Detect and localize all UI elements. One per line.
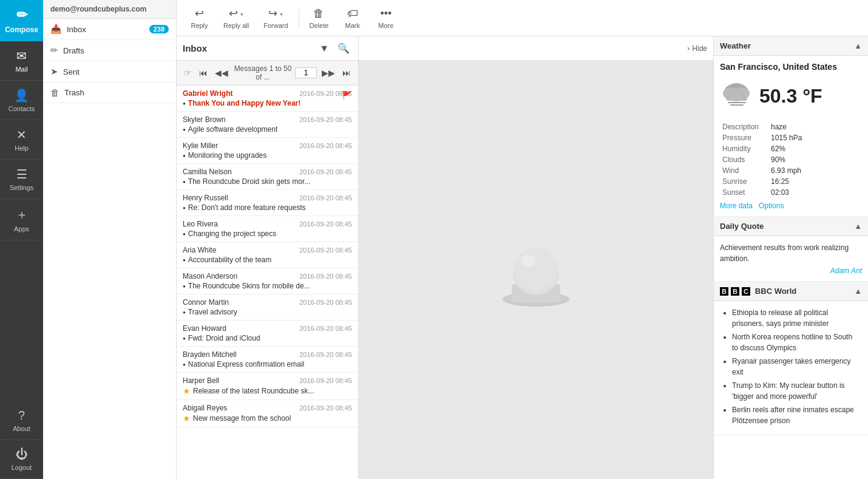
- sidebar-item-apps[interactable]: ＋ Apps: [0, 199, 43, 240]
- nav-next-btn[interactable]: ▶▶: [319, 67, 337, 79]
- quote-text: Achievement results from work realizing …: [720, 242, 862, 264]
- star-icon: ★: [183, 413, 191, 423]
- news-item[interactable]: Ethiopia to release all political prison…: [732, 307, 862, 329]
- message-item[interactable]: Abigail Reyes2016-09-20 08:45★New messag…: [177, 400, 358, 427]
- logout-icon: ⏻: [16, 447, 28, 461]
- message-item[interactable]: Connor Martin2016-09-20 08:45●Travel adv…: [177, 294, 358, 321]
- reply-all-button[interactable]: ↩ ▾ Reply all: [216, 3, 256, 33]
- message-item[interactable]: Evan Howard2016-09-20 08:45●Fwd: Droid a…: [177, 321, 358, 347]
- news-item[interactable]: Trump to Kim: My nuclear button is 'bigg…: [732, 380, 862, 402]
- reply-all-label: Reply all: [223, 22, 249, 29]
- sunrise-label: Sunrise: [720, 176, 768, 187]
- weather-cloud-icon: [720, 76, 753, 115]
- delete-button[interactable]: 🗑 Delete: [302, 4, 336, 33]
- weather-links: More data Options: [720, 202, 862, 210]
- sidebar-item-logout[interactable]: ⏻ Logout: [0, 440, 43, 479]
- apps-icon: ＋: [16, 206, 28, 223]
- mark-button[interactable]: 🏷 Mark: [336, 4, 369, 33]
- about-icon: ?: [18, 409, 25, 423]
- nav-first-btn[interactable]: ⏮: [197, 67, 210, 79]
- message-item[interactable]: Brayden Mitchell2016-09-20 08:45●Nationa…: [177, 347, 358, 373]
- weather-widget-header: Weather ▲: [714, 36, 868, 56]
- inbox-title: Inbox: [183, 43, 207, 53]
- sidebar-item-mail[interactable]: ✉ Mail: [0, 41, 43, 81]
- message-date: 2016-09-20 08:45: [299, 273, 352, 280]
- help-icon: ✕: [16, 127, 27, 142]
- message-item[interactable]: Camilla Nelson2016-09-20 08:45●The Round…: [177, 164, 358, 190]
- weather-more-data-link[interactable]: More data: [720, 202, 753, 210]
- page-input[interactable]: [295, 67, 317, 78]
- mark-label: Mark: [345, 22, 360, 29]
- delete-label: Delete: [310, 22, 329, 29]
- folder-drafts[interactable]: ✏ Drafts: [43, 40, 176, 61]
- folder-sent[interactable]: ➤ Sent: [43, 61, 176, 83]
- message-item[interactable]: Harper Bell2016-09-20 08:45★Release of t…: [177, 373, 358, 400]
- hide-label: Hide: [692, 44, 707, 53]
- search-button[interactable]: 🔍: [335, 40, 352, 56]
- message-date: 2016-09-20 08:45: [299, 142, 352, 149]
- message-item[interactable]: Leo Rivera2016-09-20 08:45●Changing the …: [177, 216, 358, 242]
- folder-inbox-label: Inbox: [67, 25, 149, 34]
- trash-icon: 🗑: [50, 87, 59, 98]
- message-date: 2016-09-20 08:45: [299, 220, 352, 228]
- reply-button[interactable]: ↩ Reply: [183, 3, 216, 33]
- compose-label: Compose: [5, 25, 38, 34]
- news-item[interactable]: Ryanair passenger takes emergency exit: [732, 356, 862, 378]
- message-item[interactable]: Mason Anderson2016-09-20 08:45●The Round…: [177, 268, 358, 294]
- unread-dot: ●: [183, 127, 186, 132]
- unread-dot: ●: [183, 205, 186, 211]
- daily-quote-widget-label: Daily Quote: [720, 222, 764, 231]
- sidebar-item-settings[interactable]: ☰ Settings: [0, 160, 43, 199]
- sidebar-item-help[interactable]: ✕ Help: [0, 120, 43, 160]
- daily-quote-content: Achievement results from work realizing …: [714, 236, 868, 282]
- filter-button[interactable]: ▼: [317, 40, 331, 56]
- message-item[interactable]: Kylie Miller2016-09-20 08:45●Monitoring …: [177, 138, 358, 164]
- folder-inbox[interactable]: 📥 Inbox 238: [43, 19, 176, 40]
- news-item[interactable]: Berlin reels after nine inmates escape P…: [732, 404, 862, 426]
- message-item[interactable]: Gabriel Wright2016-09-20 08:45●Thank You…: [177, 86, 358, 112]
- sidebar-item-settings-label: Settings: [10, 184, 34, 191]
- settings-icon: ☰: [16, 167, 27, 182]
- weather-collapse-btn[interactable]: ▲: [854, 41, 862, 50]
- more-button[interactable]: ••• More: [369, 4, 402, 33]
- bbc-collapse-btn[interactable]: ▲: [854, 287, 862, 296]
- sidebar-item-apps-label: Apps: [14, 225, 29, 233]
- message-sender: Camilla Nelson: [183, 168, 232, 176]
- reading-section: › Hide: [359, 36, 713, 479]
- nav-prev-btn[interactable]: ◀◀: [212, 67, 231, 79]
- message-subject: National Express confirmation email: [188, 360, 304, 369]
- message-sender: Gabriel Wright: [183, 89, 232, 98]
- messages-count-text: Messages 1 to 50 of ...: [233, 64, 293, 81]
- news-item[interactable]: North Korea reopens hotline to South to …: [732, 331, 862, 353]
- weather-options-link[interactable]: Options: [759, 202, 784, 210]
- star-icon: ★: [183, 386, 191, 396]
- forward-label: Forward: [263, 22, 288, 29]
- hide-button[interactable]: › Hide: [687, 44, 707, 53]
- forward-button[interactable]: ↪ ▾ Forward: [256, 3, 295, 33]
- compose-button[interactable]: ✏ Compose: [0, 0, 43, 41]
- sidebar-item-contacts[interactable]: 👤 Contacts: [0, 81, 43, 120]
- bbc-b1: B: [720, 287, 728, 296]
- message-item[interactable]: Henry Russell2016-09-20 08:45●Re: Don't …: [177, 190, 358, 216]
- sidebar-item-mail-label: Mail: [15, 66, 27, 73]
- sidebar-item-logout-label: Logout: [12, 464, 32, 471]
- svg-point-3: [514, 247, 558, 291]
- nav-last-btn[interactable]: ⏭: [340, 67, 353, 79]
- daily-quote-collapse-btn[interactable]: ▲: [854, 222, 862, 231]
- message-item[interactable]: Skyler Brown2016-09-20 08:45●Agile softw…: [177, 112, 358, 138]
- reading-pane: [359, 61, 713, 479]
- message-date: 2016-09-20 08:45: [299, 168, 352, 175]
- mark-icon: 🏷: [347, 7, 358, 20]
- message-sender: Leo Rivera: [183, 220, 218, 228]
- content-area: Inbox ▼ 🔍 ☞ ⏮ ◀◀ Messages 1 to 50 of ...…: [177, 36, 868, 479]
- folder-trash[interactable]: 🗑 Trash: [43, 83, 176, 103]
- message-subject: Accountability of the team: [188, 256, 271, 264]
- nav-cursor-btn[interactable]: ☞: [181, 67, 194, 79]
- flag-icon: 🚩: [342, 90, 352, 100]
- message-sender: Kylie Miller: [183, 141, 218, 150]
- message-item[interactable]: Aria White2016-09-20 08:45●Accountabilit…: [177, 242, 358, 268]
- desc-value: haze: [768, 121, 862, 132]
- message-subject: Monitoring the upgrades: [188, 151, 266, 160]
- message-subject: Changing the project specs: [188, 229, 276, 238]
- sidebar-item-about[interactable]: ? About: [0, 401, 43, 440]
